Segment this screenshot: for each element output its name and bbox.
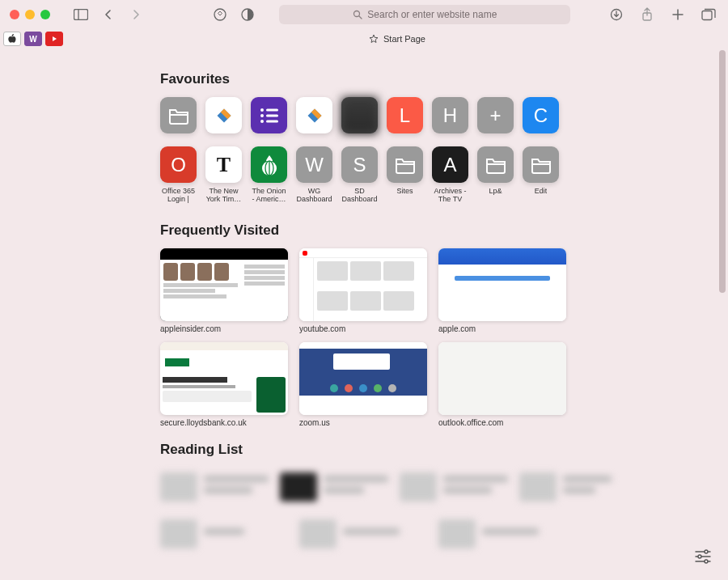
reading-list-item[interactable] <box>400 468 508 506</box>
favourite-tile[interactable] <box>205 97 242 133</box>
reading-list-item[interactable] <box>438 514 566 553</box>
start-page-settings-button[interactable] <box>694 549 713 569</box>
favourite-item[interactable]: Lp& <box>477 146 514 205</box>
favourite-label: Sites <box>396 187 413 195</box>
favourite-tile[interactable]: A <box>432 146 468 183</box>
forward-button[interactable] <box>126 5 146 24</box>
reading-list-item[interactable] <box>160 468 269 506</box>
sidebar-toggle-button[interactable] <box>71 5 91 24</box>
privacy-report-button[interactable] <box>210 5 230 24</box>
favourite-tile[interactable] <box>296 97 332 133</box>
svg-point-12 <box>260 108 264 112</box>
favbar-item-w[interactable]: W <box>24 32 42 46</box>
favourite-item[interactable] <box>205 97 242 133</box>
favourite-tile[interactable] <box>251 146 287 183</box>
svg-point-14 <box>260 120 264 123</box>
favourites-heading: Favourites <box>160 71 566 87</box>
favourite-tile[interactable]: C <box>523 97 559 133</box>
favourite-item[interactable]: The Onion - Americ… <box>251 146 287 205</box>
frequent-thumbnail[interactable] <box>438 342 566 415</box>
svg-point-13 <box>260 114 264 117</box>
frequent-item[interactable]: zoom.us <box>299 342 427 427</box>
downloads-button[interactable] <box>607 5 626 24</box>
frequent-thumbnail[interactable] <box>299 342 427 415</box>
favourite-item[interactable] <box>160 97 197 133</box>
frequent-thumbnail[interactable] <box>299 248 427 321</box>
star-icon <box>369 34 379 44</box>
favourite-tile[interactable] <box>251 97 287 133</box>
frequent-item[interactable]: youtube.com <box>299 248 427 333</box>
favourite-item[interactable]: L <box>387 97 423 133</box>
favourite-item[interactable]: AArchives - The TV C… <box>432 146 468 205</box>
favourite-tile[interactable] <box>160 97 197 133</box>
favourite-tile[interactable] <box>341 97 378 133</box>
reader-appearance-button[interactable] <box>238 5 257 24</box>
favourite-label: Edit <box>535 187 548 195</box>
favourite-label: SD Dashboard <box>341 187 378 204</box>
new-tab-button[interactable] <box>668 5 688 24</box>
favourite-item[interactable]: WWG Dashboard <box>296 146 332 205</box>
minimize-window-button[interactable] <box>25 10 35 19</box>
favourite-tile[interactable]: W <box>296 146 332 183</box>
svg-point-30 <box>698 555 701 558</box>
frequent-label: appleinsider.com <box>160 324 288 333</box>
favourite-item[interactable] <box>296 97 332 133</box>
traffic-lights <box>10 10 50 19</box>
favourite-tile[interactable]: T <box>205 146 242 183</box>
reading-list-item[interactable] <box>519 468 612 506</box>
favbar-item-youtube[interactable] <box>45 32 63 46</box>
svg-point-29 <box>705 550 708 553</box>
svg-point-31 <box>705 560 708 563</box>
favourite-tile[interactable]: L <box>387 97 423 133</box>
svg-line-5 <box>359 16 362 19</box>
favourite-tile[interactable]: O <box>160 146 197 183</box>
favourite-tile[interactable] <box>387 146 423 183</box>
frequent-thumbnail[interactable] <box>160 248 288 321</box>
maximize-window-button[interactable] <box>40 10 50 19</box>
svg-point-2 <box>214 9 226 20</box>
url-placeholder: Search or enter website name <box>367 9 497 20</box>
close-window-button[interactable] <box>10 10 19 19</box>
reading-list-item[interactable] <box>160 514 288 553</box>
favourite-tile[interactable]: + <box>477 97 514 133</box>
vertical-scrollbar[interactable] <box>718 50 726 568</box>
favourite-item[interactable]: SSD Dashboard <box>341 146 378 205</box>
favbar-item-apple[interactable] <box>3 32 21 46</box>
back-button[interactable] <box>99 5 118 24</box>
frequent-item[interactable]: apple.com <box>438 248 566 333</box>
frequent-item[interactable]: secure.lloydsbank.co.uk <box>160 342 288 427</box>
frequent-thumbnail[interactable] <box>438 248 566 321</box>
favourite-item[interactable]: Sites <box>387 146 423 205</box>
favourite-item[interactable]: Edit <box>523 146 559 205</box>
favourite-tile[interactable] <box>523 146 559 183</box>
frequent-item[interactable]: appleinsider.com <box>160 248 288 333</box>
favourite-item[interactable] <box>341 97 378 133</box>
share-button[interactable] <box>637 5 657 24</box>
url-search-field[interactable]: Search or enter website name <box>279 5 570 24</box>
reading-list-item[interactable] <box>280 468 388 506</box>
favourite-label: The Onion - Americ… <box>251 187 287 204</box>
favourite-item[interactable] <box>251 97 287 133</box>
favourite-label: WG Dashboard <box>296 187 332 204</box>
frequent-item[interactable]: outlook.office.com <box>438 342 566 427</box>
tab-overview-button[interactable] <box>699 5 718 24</box>
svg-rect-15 <box>266 108 278 111</box>
favourite-item[interactable]: C <box>523 97 559 133</box>
favourites-bar: W Start Page <box>0 29 728 49</box>
svg-rect-16 <box>266 114 278 116</box>
favourite-item[interactable]: H <box>432 97 468 133</box>
frequent-label: outlook.office.com <box>438 418 566 427</box>
favourite-tile[interactable]: S <box>341 146 378 183</box>
reading-list-item[interactable] <box>299 514 427 553</box>
favourite-item[interactable]: OOffice 365 Login | Mi… <box>160 146 197 205</box>
reading-heading: Reading List <box>160 442 566 458</box>
frequent-label: apple.com <box>438 324 566 333</box>
frequent-label: secure.lloydsbank.co.uk <box>160 418 288 427</box>
frequent-thumbnail[interactable] <box>160 342 288 415</box>
favourite-item[interactable]: TThe New York Tim… <box>205 146 242 205</box>
favourite-tile[interactable]: H <box>432 97 468 133</box>
favbar-center-label: Start Page <box>383 34 425 44</box>
favourite-item[interactable]: + <box>477 97 514 133</box>
favourite-tile[interactable] <box>477 146 514 183</box>
svg-point-4 <box>354 11 360 17</box>
